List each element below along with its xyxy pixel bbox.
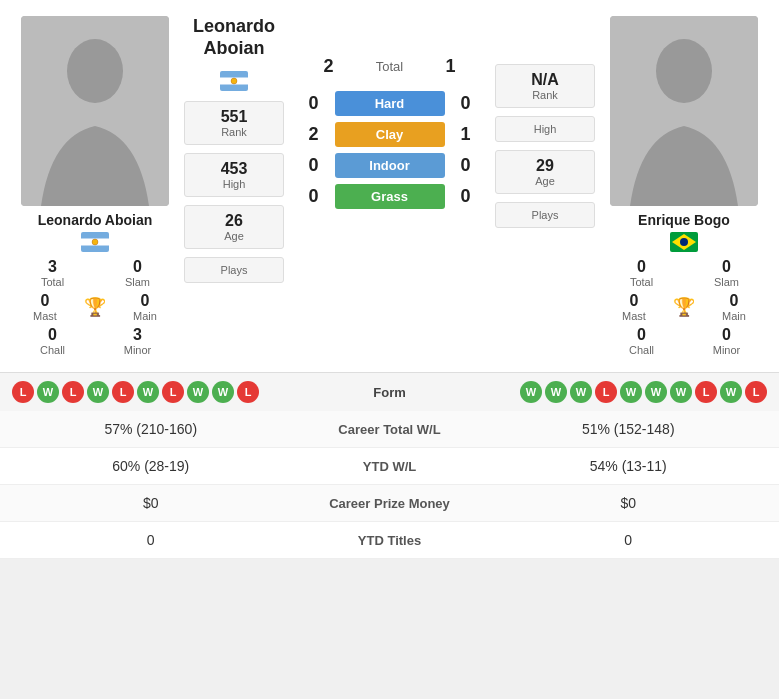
clay-badge: Clay xyxy=(335,122,445,147)
titles-label: YTD Titles xyxy=(290,533,490,548)
right-player-name: Enrique Bogo xyxy=(638,212,730,228)
left-form-badges: LWLWLWLWWL xyxy=(12,381,259,403)
total-row: 2 Total 1 xyxy=(288,56,491,77)
hard-right: 0 xyxy=(451,93,481,114)
left-stats-row1: 3 Total 0 Slam xyxy=(10,258,180,288)
form-badge: L xyxy=(112,381,134,403)
form-badge: W xyxy=(37,381,59,403)
hard-row: 0 Hard 0 xyxy=(288,91,491,116)
left-stats-row3: 0 Chall 3 Minor xyxy=(10,326,180,356)
form-badge: L xyxy=(12,381,34,403)
left-ytd-wl: 60% (28-19) xyxy=(12,458,290,474)
clay-row: 2 Clay 1 xyxy=(288,122,491,147)
left-plays-block: Plays xyxy=(184,257,284,283)
grass-row: 0 Grass 0 xyxy=(288,184,491,209)
left-main-stat: 0 Main xyxy=(110,292,180,322)
right-slam-stat: 0 Slam xyxy=(684,258,769,288)
form-badge: W xyxy=(87,381,109,403)
total-left: 2 xyxy=(314,56,344,77)
svg-point-9 xyxy=(656,39,712,103)
svg-point-12 xyxy=(680,238,688,246)
career-wl-row: 57% (210-160) Career Total W/L 51% (152-… xyxy=(0,411,779,448)
indoor-row: 0 Indoor 0 xyxy=(288,153,491,178)
svg-point-1 xyxy=(67,39,123,103)
right-age-block: 29 Age xyxy=(495,150,595,194)
form-badge: W xyxy=(212,381,234,403)
right-trophy-icon: 🏆 xyxy=(673,296,695,318)
right-ytd-wl: 54% (13-11) xyxy=(490,458,768,474)
right-middle-info: N/A Rank High 29 Age Plays xyxy=(495,16,595,356)
right-player-flag xyxy=(670,232,698,252)
right-stats-row3: 0 Chall 0 Minor xyxy=(599,326,769,356)
form-badge: W xyxy=(545,381,567,403)
form-section: LWLWLWLWWL Form WWWLWWWLWL xyxy=(0,372,779,411)
left-stats-row2: 0 Mast 🏆 0 Main xyxy=(10,292,180,322)
left-mast-stat: 0 Mast xyxy=(10,292,80,322)
form-badge: W xyxy=(137,381,159,403)
hard-left: 0 xyxy=(299,93,329,114)
form-badge: L xyxy=(162,381,184,403)
left-career-wl: 57% (210-160) xyxy=(12,421,290,437)
hard-badge: Hard xyxy=(335,91,445,116)
total-right: 1 xyxy=(436,56,466,77)
grass-right: 0 xyxy=(451,186,481,207)
titles-row: 0 YTD Titles 0 xyxy=(0,522,779,559)
grass-badge: Grass xyxy=(335,184,445,209)
left-rank-block: 551 Rank xyxy=(184,101,284,145)
left-high-block: 453 High xyxy=(184,153,284,197)
svg-point-4 xyxy=(92,239,98,245)
form-badge: W xyxy=(670,381,692,403)
left-main-flag xyxy=(220,71,248,91)
total-label: Total xyxy=(350,59,430,74)
right-career-wl: 51% (152-148) xyxy=(490,421,768,437)
right-minor-stat: 0 Minor xyxy=(684,326,769,356)
right-titles: 0 xyxy=(490,532,768,548)
left-middle-info: Leonardo Aboian 551 Rank 453 High 26 xyxy=(184,16,284,356)
form-badge: W xyxy=(570,381,592,403)
left-total-stat: 3 Total xyxy=(10,258,95,288)
ytd-wl-row: 60% (28-19) YTD W/L 54% (13-11) xyxy=(0,448,779,485)
form-badge: L xyxy=(695,381,717,403)
right-prize: $0 xyxy=(490,495,768,511)
left-chall-stat: 0 Chall xyxy=(10,326,95,356)
career-stats-section: 57% (210-160) Career Total W/L 51% (152-… xyxy=(0,411,779,559)
career-wl-label: Career Total W/L xyxy=(290,422,490,437)
right-stats-row2: 0 Mast 🏆 0 Main xyxy=(599,292,769,322)
right-player-card: Enrique Bogo 0 Total 0 Slam xyxy=(599,16,769,356)
left-player-name: Leonardo Aboian xyxy=(38,212,153,228)
prize-row: $0 Career Prize Money $0 xyxy=(0,485,779,522)
right-total-stat: 0 Total xyxy=(599,258,684,288)
right-main-stat: 0 Main xyxy=(699,292,769,322)
form-badge: W xyxy=(520,381,542,403)
form-badge: W xyxy=(620,381,642,403)
form-badge: W xyxy=(645,381,667,403)
left-main-name: Leonardo Aboian xyxy=(193,16,275,59)
indoor-badge: Indoor xyxy=(335,153,445,178)
clay-right: 1 xyxy=(451,124,481,145)
form-label: Form xyxy=(373,385,406,400)
form-badge: L xyxy=(237,381,259,403)
left-slam-stat: 0 Slam xyxy=(95,258,180,288)
indoor-right: 0 xyxy=(451,155,481,176)
form-badge: L xyxy=(745,381,767,403)
form-badge: W xyxy=(187,381,209,403)
right-rank-block: N/A Rank xyxy=(495,64,595,108)
left-player-photo xyxy=(21,16,169,206)
center-stats: 2 Total 1 0 Hard 0 2 Clay 1 0 Indoor 0 0 xyxy=(288,16,491,356)
left-age-block: 26 Age xyxy=(184,205,284,249)
right-form-badges: WWWLWWWLWL xyxy=(520,381,767,403)
right-high-block: High xyxy=(495,116,595,142)
form-badge: L xyxy=(595,381,617,403)
clay-left: 2 xyxy=(299,124,329,145)
ytd-wl-label: YTD W/L xyxy=(290,459,490,474)
prize-label: Career Prize Money xyxy=(290,496,490,511)
left-titles: 0 xyxy=(12,532,290,548)
right-chall-stat: 0 Chall xyxy=(599,326,684,356)
right-mast-stat: 0 Mast xyxy=(599,292,669,322)
right-player-photo xyxy=(610,16,758,206)
left-player-card: Leonardo Aboian 3 Total 0 Slam xyxy=(10,16,180,356)
right-plays-block: Plays xyxy=(495,202,595,228)
left-player-flag xyxy=(81,232,109,252)
right-stats-row1: 0 Total 0 Slam xyxy=(599,258,769,288)
grass-left: 0 xyxy=(299,186,329,207)
